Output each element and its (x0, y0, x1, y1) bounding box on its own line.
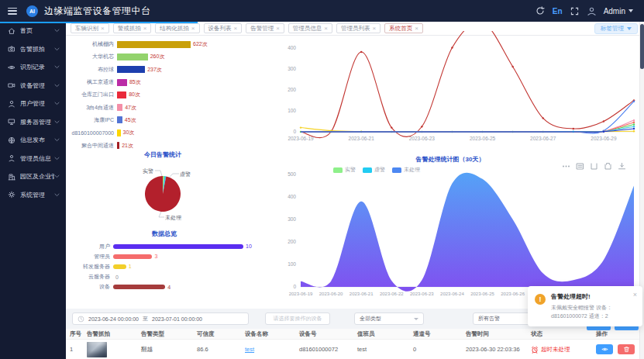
device-select-input[interactable]: 请选择要操作的设备 (265, 312, 330, 325)
person-icon (8, 154, 16, 163)
tab-chip-0[interactable]: 车辆识别× (71, 23, 109, 33)
alarm-trend-line-chart: 01002003004002023-06-192023-06-212023-06… (266, 31, 642, 149)
bar-value-label: 260次 (150, 53, 165, 60)
svg-text:2023-06-25: 2023-06-25 (470, 136, 496, 141)
chevron-down-icon (414, 318, 418, 320)
sidebar-item-system-management[interactable]: 系统管理 (0, 186, 66, 205)
tab-chip-label: 车辆识别 (75, 25, 98, 33)
table-header-cell: 可信度 (197, 330, 245, 338)
bar-row: 枫工京通道85次 (67, 76, 263, 88)
date-range-picker[interactable]: 2023-06-24 00:00:00 至 2023-07-01 00:00:0… (72, 312, 249, 325)
gear-icon (8, 191, 16, 199)
device-name-link[interactable]: test (245, 346, 254, 353)
bar-category-label: 设备 (67, 283, 110, 291)
close-icon[interactable]: × (101, 25, 105, 32)
toast-body-line1: 未佩戴安全帽报警 设备： (551, 305, 612, 310)
avatar-icon[interactable] (587, 6, 597, 16)
bar-category-label: 3白4白通道 (67, 104, 114, 112)
toast-title: 告警处理超时! (551, 292, 635, 301)
bar-row: 云服务器0 (67, 272, 263, 282)
loading-progress-bar (0, 22, 198, 23)
svg-text:2023-06-20: 2023-06-20 (319, 292, 343, 296)
alarm-snapshot-thumbnail[interactable] (87, 342, 107, 357)
svg-text:500: 500 (288, 171, 296, 177)
alarm-timeout-toast: ! 告警处理超时! 未佩戴安全帽报警 设备： d81601000072 通道：2… (528, 286, 642, 326)
svg-text:400: 400 (288, 194, 296, 199)
close-icon[interactable]: × (234, 25, 238, 32)
bar-category-label: 云服务器 (67, 273, 110, 281)
status-badge: 超时未处理 (541, 346, 570, 354)
table-header-cell: 设备号 (299, 330, 357, 338)
globe-icon (8, 136, 16, 144)
vertical-scrollbar-thumb[interactable] (640, 24, 644, 69)
alarm-table: 序号告警抓拍告警类型可信度设备名称设备号值班员通道号告警时间状态操作 1 翻越 … (66, 329, 644, 359)
bar-value-label: 45次 (125, 116, 136, 124)
chevron-down-icon (627, 27, 632, 30)
building-icon (8, 172, 16, 181)
tab-chip-2[interactable]: 结构化抓拍× (155, 23, 199, 33)
table-row: 1 翻越 86.6 test d81601000072 test 0 2023-… (66, 340, 644, 359)
sidebar-item-recognition-records[interactable]: 识别记录 (0, 58, 66, 77)
app-title: 边缘端监管设备管理中台 (44, 5, 151, 18)
tab-chip-1[interactable]: 警戒抓拍× (113, 23, 152, 33)
close-icon[interactable]: × (633, 291, 637, 299)
bar-category-label: 大华机芯 (67, 53, 114, 60)
user-menu[interactable]: Admin (604, 7, 633, 16)
bar-value-label: 237次 (147, 66, 162, 74)
language-toggle[interactable]: En (553, 7, 563, 16)
chevron-down-icon (54, 65, 60, 69)
sidebar-item-admin-info[interactable]: 管理员信息 (0, 150, 66, 168)
svg-text:200: 200 (288, 239, 296, 244)
type-select[interactable]: 全部类型 (354, 312, 424, 325)
svg-text:300: 300 (288, 66, 296, 71)
alarm-select-value: 所有告警 (478, 315, 500, 323)
chevron-down-icon (54, 157, 60, 161)
bar-row: 用户10 (67, 241, 263, 251)
bar-row: 设备4 (67, 282, 263, 292)
bar (113, 264, 126, 269)
clock-icon (77, 316, 84, 323)
menu-toggle-icon[interactable] (8, 8, 17, 15)
svg-text:2023-06-27: 2023-06-27 (530, 136, 556, 141)
delete-button[interactable] (618, 344, 635, 354)
user-icon (8, 99, 16, 108)
cell-channel: 0 (413, 346, 466, 353)
overview-chart-title: 数据总览 (106, 230, 222, 238)
refresh-icon[interactable] (536, 6, 546, 16)
tab-chip-label: 设备列表 (208, 25, 232, 33)
bar-value-label: 30次 (123, 129, 135, 136)
bar-value-label: 4 (167, 285, 170, 290)
sidebar-item-label: 首页 (20, 26, 33, 35)
sidebar-item-label: 识别记录 (20, 63, 45, 71)
close-icon[interactable]: × (191, 25, 195, 32)
table-header-cell: 序号 (70, 330, 87, 338)
trash-icon (623, 346, 630, 353)
svg-text:2023-06-21: 2023-06-21 (350, 292, 374, 296)
sidebar-item-user-management[interactable]: 用户管理 (0, 95, 66, 113)
sidebar-item-alarm-capture[interactable]: 告警抓拍 (0, 40, 66, 59)
bar (117, 54, 148, 60)
svg-text:2023-06-26: 2023-06-26 (501, 292, 525, 296)
sidebar-item-park-enterprise[interactable]: 园区及企业管理 (0, 167, 66, 186)
chevron-down-icon (54, 29, 60, 33)
cell-confidence: 86.6 (197, 346, 245, 353)
fullscreen-icon[interactable] (570, 6, 580, 16)
sidebar-item-info-publish[interactable]: 信息发布 (0, 131, 66, 150)
chevron-down-icon (54, 47, 60, 51)
bar-category-label: 管理员 (67, 253, 110, 261)
sidebar-item-label: 告警抓拍 (20, 45, 45, 54)
tab-chip-label: 警戒抓拍 (118, 25, 141, 33)
sidebar-item-label: 用户管理 (20, 99, 45, 108)
user-name: Admin (604, 7, 625, 16)
close-icon[interactable]: × (143, 25, 147, 32)
eye-icon (601, 347, 608, 352)
sidebar-item-server-management[interactable]: 服务器管理 (0, 113, 66, 132)
view-detail-button[interactable] (596, 344, 613, 354)
bar-category-label: 聚合中间通道 (67, 142, 114, 150)
type-select-value: 全部类型 (360, 315, 381, 323)
sidebar-item-home[interactable]: 首页 (0, 22, 66, 40)
bar-row: 大华机芯260次 (67, 50, 263, 63)
date-separator: 至 (143, 315, 148, 323)
tab-chip-3[interactable]: 设备列表× (204, 23, 243, 33)
sidebar-item-device-management[interactable]: 设备管理 (0, 77, 66, 95)
